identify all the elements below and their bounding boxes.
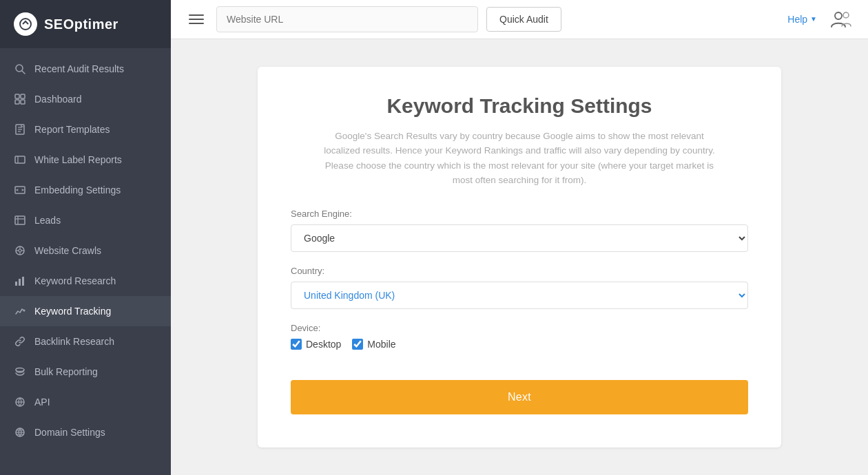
desktop-checkbox[interactable] <box>291 339 302 350</box>
sidebar-item-report-templates-label: Report Templates <box>34 124 110 135</box>
sidebar-item-backlink-research-label: Backlink Research <box>34 336 114 347</box>
report-icon <box>14 123 26 136</box>
svg-point-26 <box>23 310 25 312</box>
sidebar-nav: Recent Audit Results Dashboard <box>0 48 171 475</box>
bulk-icon <box>14 366 26 378</box>
svg-point-27 <box>16 368 24 372</box>
svg-point-34 <box>835 12 842 19</box>
svg-rect-24 <box>19 279 21 286</box>
hamburger-line-1 <box>189 14 204 16</box>
sidebar-item-recent-audit-label: Recent Audit Results <box>34 63 124 74</box>
sidebar-item-dashboard-label: Dashboard <box>34 94 82 105</box>
sidebar: SEOptimer Recent Audit Results Das <box>0 0 171 475</box>
dashboard-icon <box>14 93 26 105</box>
sidebar-item-bulk-reporting-label: Bulk Reporting <box>34 366 98 377</box>
country-group: Country: United Kingdom (UK) United Stat… <box>291 266 748 309</box>
svg-line-2 <box>22 71 25 74</box>
white-label-icon <box>14 154 26 166</box>
mobile-option[interactable]: Mobile <box>352 339 395 350</box>
api-icon <box>14 396 26 408</box>
search-engine-group: Search Engine: Google Bing Yahoo <box>291 209 748 252</box>
hamburger-button[interactable] <box>185 10 208 28</box>
settings-card: Keyword Tracking Settings Google's Searc… <box>258 67 781 447</box>
tracking-icon <box>14 305 26 317</box>
logo-icon <box>14 12 37 36</box>
svg-point-0 <box>20 19 31 30</box>
help-label: Help <box>787 14 807 25</box>
bar-chart-icon <box>14 275 26 287</box>
search-engine-label: Search Engine: <box>291 209 748 219</box>
country-select[interactable]: United Kingdom (UK) United States (US) A… <box>291 282 748 309</box>
svg-point-35 <box>843 12 849 18</box>
mobile-checkbox[interactable] <box>352 339 363 350</box>
sidebar-item-keyword-tracking-label: Keyword Tracking <box>34 306 111 317</box>
device-group: Device: Desktop Mobile <box>291 323 748 350</box>
hamburger-line-2 <box>189 19 204 20</box>
sidebar-item-report-templates[interactable]: Report Templates <box>0 114 171 145</box>
sidebar-item-bulk-reporting[interactable]: Bulk Reporting <box>0 357 171 387</box>
quick-audit-button[interactable]: Quick Audit <box>486 7 561 32</box>
sidebar-item-keyword-research[interactable]: Keyword Research <box>0 266 171 296</box>
crawl-icon <box>14 244 26 257</box>
svg-rect-5 <box>15 100 19 104</box>
page-description: Google's Search Results vary by country … <box>320 129 719 188</box>
sidebar-item-white-label-label: White Label Reports <box>34 154 122 165</box>
help-button[interactable]: Help ▼ <box>787 14 817 25</box>
main-area: Quick Audit Help ▼ Keyword Tracking Sett… <box>171 0 868 475</box>
logo[interactable]: SEOptimer <box>0 0 171 48</box>
mobile-label: Mobile <box>367 339 395 350</box>
logo-text: SEOptimer <box>44 17 118 32</box>
link-icon <box>14 335 26 348</box>
globe-icon <box>14 426 26 439</box>
svg-rect-3 <box>15 94 19 98</box>
desktop-label: Desktop <box>306 339 341 350</box>
sidebar-item-white-label[interactable]: White Label Reports <box>0 145 171 175</box>
sidebar-item-api[interactable]: API <box>0 387 171 417</box>
hamburger-line-3 <box>189 23 204 24</box>
sidebar-item-dashboard[interactable]: Dashboard <box>0 84 171 114</box>
page-title: Keyword Tracking Settings <box>291 94 748 118</box>
leads-icon <box>14 214 26 226</box>
content-area: Keyword Tracking Settings Google's Searc… <box>171 39 868 475</box>
svg-rect-23 <box>15 282 17 286</box>
sidebar-item-recent-audit[interactable]: Recent Audit Results <box>0 54 171 84</box>
device-label: Device: <box>291 323 748 333</box>
svg-rect-4 <box>21 94 25 98</box>
sidebar-item-leads-label: Leads <box>34 215 61 226</box>
country-label: Country: <box>291 266 748 276</box>
search-engine-select[interactable]: Google Bing Yahoo <box>291 224 748 252</box>
svg-rect-11 <box>15 156 25 163</box>
sidebar-item-domain-settings[interactable]: Domain Settings <box>0 417 171 447</box>
desktop-option[interactable]: Desktop <box>291 339 341 350</box>
header: Quick Audit Help ▼ <box>171 0 868 39</box>
svg-rect-25 <box>22 277 24 286</box>
sidebar-item-keyword-research-label: Keyword Research <box>34 275 116 286</box>
sidebar-item-embedding[interactable]: Embedding Settings <box>0 175 171 205</box>
embed-icon <box>14 184 26 196</box>
svg-point-18 <box>19 249 21 252</box>
sidebar-item-domain-settings-label: Domain Settings <box>34 427 105 438</box>
svg-rect-6 <box>21 100 25 104</box>
chevron-down-icon: ▼ <box>810 15 817 23</box>
sidebar-item-api-label: API <box>34 397 50 408</box>
next-button[interactable]: Next <box>291 380 748 414</box>
svg-rect-14 <box>15 216 25 224</box>
users-icon[interactable] <box>828 6 854 32</box>
search-icon <box>14 63 26 75</box>
sidebar-item-embedding-label: Embedding Settings <box>34 184 121 196</box>
sidebar-item-website-crawls-label: Website Crawls <box>34 245 101 256</box>
sidebar-item-leads[interactable]: Leads <box>0 205 171 235</box>
device-options: Desktop Mobile <box>291 339 748 350</box>
header-right: Help ▼ <box>787 6 854 32</box>
url-input[interactable] <box>216 6 478 32</box>
sidebar-item-website-crawls[interactable]: Website Crawls <box>0 235 171 266</box>
sidebar-item-keyword-tracking[interactable]: Keyword Tracking <box>0 296 171 326</box>
sidebar-item-backlink-research[interactable]: Backlink Research <box>0 326 171 357</box>
